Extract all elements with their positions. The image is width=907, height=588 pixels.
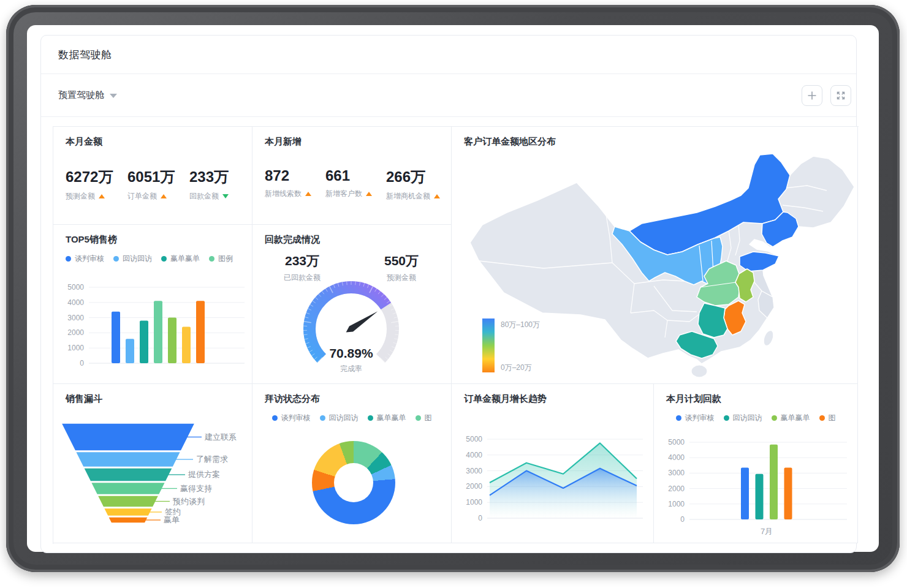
stat-block: 6051万订单金额 [127, 167, 175, 202]
legend-label: 回访回访 [329, 413, 359, 423]
chart-legend: 谈判审核回访回访赢单赢单图 [252, 413, 451, 423]
legend-item[interactable]: 回访回访 [320, 413, 359, 423]
panel-month-new: 本月新增 872新增线索数661新增客户数266万新增商机金额 [252, 127, 452, 225]
funnel-stage-label: 赢单 [164, 515, 180, 524]
legend-dot-icon [724, 415, 729, 421]
legend-item[interactable]: 图例 [209, 254, 233, 264]
svg-text:7月: 7月 [761, 527, 773, 536]
stat-block: 233万回款金额 [189, 167, 229, 202]
svg-text:5000: 5000 [466, 435, 482, 443]
legend-item[interactable]: 回访回访 [113, 254, 152, 264]
legend-label: 谈判审核 [75, 254, 104, 264]
legend-label: 图 [829, 413, 836, 423]
legend-label: 回访回访 [733, 413, 762, 423]
order-trend-area-chart: 500040003000200010000 [452, 385, 654, 543]
legend-dot-icon [161, 256, 167, 262]
legend-label: 谈判审核 [685, 413, 715, 423]
map-legend-gradient [482, 318, 495, 372]
fullscreen-icon [836, 91, 846, 100]
sales-funnel-chart: 建立联系了解需求提供方案赢得支持预约谈判签约赢单 [53, 399, 252, 543]
svg-text:5000: 5000 [67, 283, 84, 292]
svg-text:0: 0 [478, 514, 482, 522]
add-button[interactable] [802, 85, 822, 106]
panel-payment-completion: 回款完成情况 233万 已回款金额 550万 预测金额 70.89%完成率 [252, 225, 452, 384]
svg-text:1000: 1000 [466, 498, 482, 507]
legend-dot-icon [113, 256, 119, 262]
trend-up-icon [366, 192, 372, 196]
panel-title: 本月计划回款 [654, 384, 857, 405]
panel-order-trend: 订单金额月增长趋势 500040003000200010000 [452, 384, 654, 543]
legend-item[interactable]: 赢单赢单 [772, 413, 810, 423]
preset-dropdown-label: 预置驾驶舱 [58, 89, 104, 101]
preset-dropdown[interactable]: 预置驾驶舱 [58, 89, 117, 101]
panel-title: TOP5销售榜 [53, 225, 252, 246]
legend-dot-icon [209, 256, 214, 262]
svg-text:4000: 4000 [466, 451, 482, 459]
legend-label: 赢单赢单 [377, 413, 406, 423]
panel-region-map: 客户订单金额地区分布 [452, 127, 858, 384]
legend-item[interactable]: 谈判审核 [272, 413, 311, 423]
svg-text:5000: 5000 [668, 438, 685, 447]
region-shandong [740, 252, 779, 271]
stat-value: 266万 [386, 167, 440, 187]
svg-text:0: 0 [80, 359, 84, 368]
legend-item[interactable]: 回访回访 [724, 413, 762, 423]
legend-dot-icon [66, 256, 71, 262]
fullscreen-button[interactable] [830, 85, 851, 106]
trend-up-icon [434, 194, 440, 198]
plus-icon [807, 91, 817, 100]
svg-text:2000: 2000 [668, 484, 685, 493]
legend-item[interactable]: 图 [819, 413, 836, 423]
region-hunan [698, 303, 727, 337]
stat-label: 预测金额 [66, 191, 113, 202]
region-hainan [691, 365, 707, 377]
legend-item[interactable]: 谈判审核 [676, 413, 715, 423]
legend-label: 赢单赢单 [781, 413, 810, 423]
svg-text:4000: 4000 [67, 298, 84, 307]
svg-text:4000: 4000 [668, 453, 685, 462]
dashboard-card: 数据驾驶舱 预置驾驶舱 [40, 35, 857, 553]
legend-label: 图 [425, 413, 432, 423]
legend-label: 谈判审核 [281, 413, 311, 423]
panel-title: 本月金额 [53, 127, 252, 148]
legend-item[interactable]: 谈判审核 [66, 254, 104, 264]
top5-bar-chart: 500040003000200010000 [53, 274, 252, 383]
legend-item[interactable]: 赢单赢单 [368, 413, 406, 423]
visit-donut-chart [312, 441, 395, 524]
stat-label: 订单金额 [127, 191, 175, 202]
legend-item[interactable]: 图 [416, 413, 432, 423]
page-title: 数据驾驶舱 [58, 48, 112, 62]
panel-month-amount: 本月金额 6272万预测金额6051万订单金额233万回款金额 [53, 127, 252, 225]
stat-block: 266万新增商机金额 [386, 167, 440, 202]
panel-top5-sales: TOP5销售榜 谈判审核回访回访赢单赢单图例 50004000300020001… [53, 225, 252, 384]
map-legend-min-label: 0万–20万 [501, 363, 532, 373]
legend-dot-icon [416, 415, 421, 421]
toolbar-actions [802, 85, 851, 106]
legend-item[interactable]: 赢单赢单 [161, 254, 200, 264]
panel-title: 回款完成情况 [252, 225, 451, 246]
stat-value: 872 [265, 167, 311, 184]
plan-bar-chart: 5000400030002000100007月 [654, 426, 858, 543]
china-map [452, 127, 858, 384]
panel-sales-funnel: 销售漏斗 建立联系了解需求提供方案赢得支持预约谈判签约赢单 [53, 384, 252, 543]
legend-label: 回访回访 [123, 254, 152, 264]
panel-title: 本月新增 [252, 127, 451, 148]
dashboard-grid: 本月金额 6272万预测金额6051万订单金额233万回款金额 本月新增 872… [53, 126, 859, 544]
stat-block: 661新增客户数 [325, 167, 372, 202]
svg-text:0: 0 [680, 515, 685, 524]
svg-text:3000: 3000 [668, 469, 685, 477]
panel-title: 拜访状态分布 [252, 384, 451, 405]
card-header: 数据驾驶舱 [41, 36, 856, 74]
funnel-stage-label: 提供方案 [188, 470, 220, 479]
svg-text:3000: 3000 [466, 467, 482, 475]
stat-value: 661 [325, 167, 372, 184]
chevron-down-icon [110, 94, 117, 98]
stat-value: 233万 [189, 167, 229, 187]
funnel-stage-label: 预约谈判 [172, 497, 205, 506]
stat-row: 6272万预测金额6051万订单金额233万回款金额 [53, 167, 252, 202]
stat-label: 新增线索数 [265, 189, 311, 199]
legend-dot-icon [819, 415, 825, 421]
stat-block: 6272万预测金额 [66, 167, 113, 202]
legend-dot-icon [272, 415, 278, 421]
legend-label: 赢单赢单 [170, 254, 200, 264]
